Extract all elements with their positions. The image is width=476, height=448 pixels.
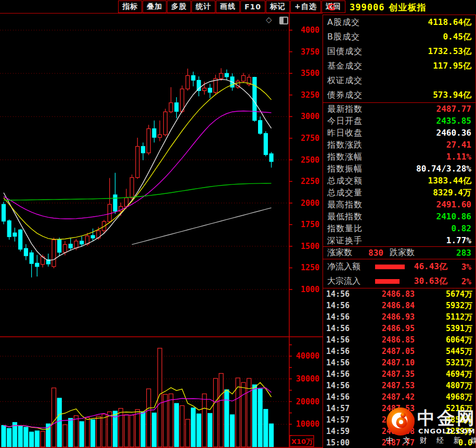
tick-price: 2487.42 — [358, 391, 415, 403]
toolbar-button-多股[interactable]: 多股 — [167, 1, 191, 13]
tick-volume: 5321万 — [415, 357, 472, 368]
kline-chart[interactable]: 4000375035003250300027502500225020001750… — [0, 14, 323, 448]
stat-row: 总成交量8329.4万 — [323, 187, 475, 199]
market-row-label: B股成交 — [327, 30, 360, 44]
flow-row-percent: 3% — [447, 262, 471, 272]
price-axis-label: 2000 — [301, 199, 319, 208]
volume-bar — [135, 410, 139, 447]
stat-row: 指数涨跌27.41 — [323, 139, 475, 151]
tick-time: 14:56 — [326, 323, 358, 334]
up-count-label: 涨家数 — [327, 247, 352, 258]
volume-bar — [24, 427, 28, 447]
tick-time: 14:56 — [326, 357, 358, 368]
split-window-icon[interactable] — [279, 17, 288, 24]
stat-row-value: 27.41 — [446, 139, 471, 151]
tick-volume: 5674万 — [415, 288, 472, 300]
volume-bar — [191, 408, 195, 447]
toolbar-button-+自选[interactable]: +自选 — [290, 1, 321, 13]
tick-time: 14:57 — [326, 403, 358, 414]
stat-row-label: 指数涨幅 — [327, 151, 363, 163]
toolbar-button-指标[interactable]: 指标 — [118, 1, 142, 13]
tick-price: 2487.77 — [358, 437, 415, 448]
tick-price: 2487.58 — [358, 426, 415, 437]
candle-body — [35, 263, 39, 267]
candle-body — [69, 244, 72, 248]
price-axis-label: 3250 — [301, 90, 319, 100]
volume-bar — [57, 398, 61, 447]
volume-bar — [169, 394, 173, 447]
toolbar-button-标记[interactable]: 标记 — [266, 1, 290, 13]
candle-body — [136, 147, 139, 178]
candle-body — [253, 77, 256, 121]
volume-axis-label: 30000 — [296, 374, 319, 384]
flow-row-label: 大宗流入 — [327, 276, 375, 287]
volume-bar — [208, 413, 212, 447]
tick-price: 2487.35 — [358, 368, 415, 380]
tick-row: 15:002487.770.0 — [323, 437, 475, 448]
tick-time: 14:56 — [326, 288, 358, 300]
price-axis-label: 1500 — [301, 242, 319, 251]
stat-row: 指数振幅80.74/3.28% — [323, 163, 475, 175]
down-count-label: 跌家数 — [390, 247, 415, 258]
tick-volume: 5932万 — [415, 300, 472, 311]
volume-bar — [74, 416, 78, 447]
stat-row-label: 深证换手 — [327, 234, 363, 246]
app-window: 指标叠加多股统计画线F10标记+自选返回 G 399006 创业板指 40003… — [0, 0, 476, 448]
volume-bar — [180, 406, 184, 447]
stat-row-label: 指数量比 — [327, 222, 363, 234]
toolbar-button-叠加[interactable]: 叠加 — [143, 1, 166, 13]
tick-time: 14:56 — [326, 300, 358, 311]
market-row-label: 基金成交 — [327, 59, 363, 73]
tick-row: 14:562486.845932万 — [323, 300, 475, 311]
candle-body — [220, 73, 223, 78]
tick-price: 2487.05 — [358, 346, 415, 357]
stat-row: 今日开盘2435.85 — [323, 115, 475, 127]
tick-price: 2486.84 — [358, 300, 415, 311]
tick-list[interactable]: 14:562486.835674万14:562486.845932万14:562… — [323, 288, 475, 448]
stat-row-label: 最低指数 — [327, 210, 363, 222]
candle-body — [241, 75, 245, 81]
stat-row-label: 最高指数 — [327, 199, 363, 210]
toolbar-button-F10[interactable]: F10 — [240, 1, 265, 13]
stat-row: 最新指数2487.77 — [323, 103, 475, 115]
flow-row-label: 净流入额 — [327, 261, 375, 272]
tick-volume: 4850万 — [415, 414, 472, 426]
tick-time: 14:56 — [326, 311, 358, 323]
tick-time: 14:56 — [326, 391, 358, 403]
toolbar-button-统计[interactable]: 统计 — [191, 1, 215, 13]
tick-volume: 4968万 — [415, 391, 472, 403]
volume-bar — [174, 403, 178, 447]
tick-row: 14:562487.534807万 — [323, 380, 475, 391]
price-axis-label: 1250 — [301, 263, 319, 272]
tick-time: 14:56 — [326, 334, 358, 346]
tick-time: 14:56 — [326, 368, 358, 380]
tick-volume: 4694万 — [415, 368, 472, 380]
volume-bar — [213, 378, 217, 447]
diamond-icon[interactable]: ◇ — [266, 15, 272, 24]
stat-row: 最低指数2410.86 — [323, 210, 475, 222]
stat-row-value: 2491.60 — [436, 199, 471, 210]
volume-bar — [219, 373, 223, 447]
candle-body — [63, 245, 67, 253]
toolbar-button-画线[interactable]: 画线 — [216, 1, 240, 13]
volume-bar — [264, 409, 268, 447]
volume-bar — [147, 389, 151, 447]
market-row-value: 1732.53亿 — [428, 44, 471, 59]
price-axis-label: 2750 — [301, 134, 319, 143]
candle-body — [141, 147, 145, 153]
flow-bar — [375, 265, 405, 269]
volume-bar — [80, 421, 84, 447]
price-axis-label: 3750 — [301, 47, 319, 57]
candle-body — [202, 88, 206, 90]
flow-row-value: 46.43亿 — [405, 261, 447, 272]
candle-body — [225, 73, 228, 77]
market-row-value: 573.94亿 — [433, 88, 471, 102]
ma-gray-line — [132, 208, 272, 245]
breadth-row: 涨家数 830 跌家数 283 — [323, 246, 475, 259]
candle-body — [269, 154, 273, 162]
stat-row: 指数涨幅1.11% — [323, 151, 475, 163]
volume-bar — [52, 388, 56, 447]
stat-row-value: 80.74/3.28% — [416, 163, 471, 175]
stat-row-label: 总成交量 — [327, 187, 363, 199]
up-count-value: 830 — [352, 248, 383, 258]
